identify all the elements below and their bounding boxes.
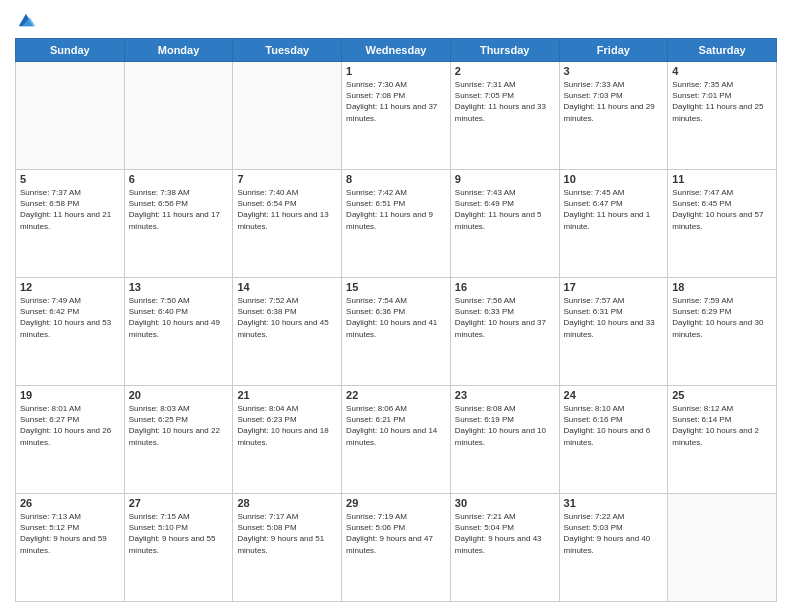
day-info: Sunrise: 7:40 AM Sunset: 6:54 PM Dayligh… <box>237 187 337 232</box>
day-info: Sunrise: 7:56 AM Sunset: 6:33 PM Dayligh… <box>455 295 555 340</box>
day-info: Sunrise: 7:22 AM Sunset: 5:03 PM Dayligh… <box>564 511 664 556</box>
calendar-cell: 11Sunrise: 7:47 AM Sunset: 6:45 PM Dayli… <box>668 170 777 278</box>
day-info: Sunrise: 8:04 AM Sunset: 6:23 PM Dayligh… <box>237 403 337 448</box>
page: SundayMondayTuesdayWednesdayThursdayFrid… <box>0 0 792 612</box>
day-info: Sunrise: 7:38 AM Sunset: 6:56 PM Dayligh… <box>129 187 229 232</box>
calendar-cell: 3Sunrise: 7:33 AM Sunset: 7:03 PM Daylig… <box>559 62 668 170</box>
calendar-cell: 24Sunrise: 8:10 AM Sunset: 6:16 PM Dayli… <box>559 386 668 494</box>
weekday-header-saturday: Saturday <box>668 39 777 62</box>
calendar-cell: 25Sunrise: 8:12 AM Sunset: 6:14 PM Dayli… <box>668 386 777 494</box>
header <box>15 10 777 32</box>
day-number: 13 <box>129 281 229 293</box>
day-number: 21 <box>237 389 337 401</box>
day-number: 17 <box>564 281 664 293</box>
day-info: Sunrise: 7:33 AM Sunset: 7:03 PM Dayligh… <box>564 79 664 124</box>
calendar-week-0: 1Sunrise: 7:30 AM Sunset: 7:08 PM Daylig… <box>16 62 777 170</box>
calendar-cell: 26Sunrise: 7:13 AM Sunset: 5:12 PM Dayli… <box>16 494 125 602</box>
day-number: 5 <box>20 173 120 185</box>
calendar-cell: 31Sunrise: 7:22 AM Sunset: 5:03 PM Dayli… <box>559 494 668 602</box>
day-number: 10 <box>564 173 664 185</box>
weekday-header-friday: Friday <box>559 39 668 62</box>
day-info: Sunrise: 7:19 AM Sunset: 5:06 PM Dayligh… <box>346 511 446 556</box>
day-number: 6 <box>129 173 229 185</box>
day-number: 20 <box>129 389 229 401</box>
calendar-cell <box>124 62 233 170</box>
day-info: Sunrise: 7:50 AM Sunset: 6:40 PM Dayligh… <box>129 295 229 340</box>
calendar-cell: 30Sunrise: 7:21 AM Sunset: 5:04 PM Dayli… <box>450 494 559 602</box>
day-info: Sunrise: 7:52 AM Sunset: 6:38 PM Dayligh… <box>237 295 337 340</box>
calendar-cell: 2Sunrise: 7:31 AM Sunset: 7:05 PM Daylig… <box>450 62 559 170</box>
calendar-cell: 19Sunrise: 8:01 AM Sunset: 6:27 PM Dayli… <box>16 386 125 494</box>
day-info: Sunrise: 7:15 AM Sunset: 5:10 PM Dayligh… <box>129 511 229 556</box>
day-number: 2 <box>455 65 555 77</box>
weekday-header-thursday: Thursday <box>450 39 559 62</box>
day-number: 26 <box>20 497 120 509</box>
calendar-cell <box>233 62 342 170</box>
calendar-cell: 18Sunrise: 7:59 AM Sunset: 6:29 PM Dayli… <box>668 278 777 386</box>
day-info: Sunrise: 8:03 AM Sunset: 6:25 PM Dayligh… <box>129 403 229 448</box>
day-info: Sunrise: 7:43 AM Sunset: 6:49 PM Dayligh… <box>455 187 555 232</box>
day-number: 29 <box>346 497 446 509</box>
calendar-week-1: 5Sunrise: 7:37 AM Sunset: 6:58 PM Daylig… <box>16 170 777 278</box>
day-info: Sunrise: 7:45 AM Sunset: 6:47 PM Dayligh… <box>564 187 664 232</box>
day-info: Sunrise: 7:57 AM Sunset: 6:31 PM Dayligh… <box>564 295 664 340</box>
day-number: 25 <box>672 389 772 401</box>
day-number: 14 <box>237 281 337 293</box>
calendar-cell: 16Sunrise: 7:56 AM Sunset: 6:33 PM Dayli… <box>450 278 559 386</box>
calendar-week-2: 12Sunrise: 7:49 AM Sunset: 6:42 PM Dayli… <box>16 278 777 386</box>
calendar-cell <box>16 62 125 170</box>
calendar-cell: 5Sunrise: 7:37 AM Sunset: 6:58 PM Daylig… <box>16 170 125 278</box>
calendar-week-4: 26Sunrise: 7:13 AM Sunset: 5:12 PM Dayli… <box>16 494 777 602</box>
day-number: 11 <box>672 173 772 185</box>
calendar-cell: 28Sunrise: 7:17 AM Sunset: 5:08 PM Dayli… <box>233 494 342 602</box>
calendar-week-3: 19Sunrise: 8:01 AM Sunset: 6:27 PM Dayli… <box>16 386 777 494</box>
day-number: 3 <box>564 65 664 77</box>
calendar-cell: 14Sunrise: 7:52 AM Sunset: 6:38 PM Dayli… <box>233 278 342 386</box>
weekday-header-wednesday: Wednesday <box>342 39 451 62</box>
weekday-header-monday: Monday <box>124 39 233 62</box>
day-number: 27 <box>129 497 229 509</box>
logo-icon <box>15 10 37 32</box>
day-number: 12 <box>20 281 120 293</box>
calendar-cell: 27Sunrise: 7:15 AM Sunset: 5:10 PM Dayli… <box>124 494 233 602</box>
calendar-cell: 6Sunrise: 7:38 AM Sunset: 6:56 PM Daylig… <box>124 170 233 278</box>
day-number: 30 <box>455 497 555 509</box>
calendar-cell: 17Sunrise: 7:57 AM Sunset: 6:31 PM Dayli… <box>559 278 668 386</box>
calendar-cell <box>668 494 777 602</box>
day-info: Sunrise: 8:08 AM Sunset: 6:19 PM Dayligh… <box>455 403 555 448</box>
calendar-cell: 20Sunrise: 8:03 AM Sunset: 6:25 PM Dayli… <box>124 386 233 494</box>
day-number: 4 <box>672 65 772 77</box>
day-number: 7 <box>237 173 337 185</box>
day-info: Sunrise: 7:21 AM Sunset: 5:04 PM Dayligh… <box>455 511 555 556</box>
day-info: Sunrise: 7:49 AM Sunset: 6:42 PM Dayligh… <box>20 295 120 340</box>
calendar-cell: 22Sunrise: 8:06 AM Sunset: 6:21 PM Dayli… <box>342 386 451 494</box>
day-info: Sunrise: 7:13 AM Sunset: 5:12 PM Dayligh… <box>20 511 120 556</box>
weekday-header-row: SundayMondayTuesdayWednesdayThursdayFrid… <box>16 39 777 62</box>
calendar-cell: 15Sunrise: 7:54 AM Sunset: 6:36 PM Dayli… <box>342 278 451 386</box>
calendar-cell: 9Sunrise: 7:43 AM Sunset: 6:49 PM Daylig… <box>450 170 559 278</box>
calendar-cell: 10Sunrise: 7:45 AM Sunset: 6:47 PM Dayli… <box>559 170 668 278</box>
logo <box>15 10 41 32</box>
day-info: Sunrise: 7:17 AM Sunset: 5:08 PM Dayligh… <box>237 511 337 556</box>
day-number: 15 <box>346 281 446 293</box>
day-info: Sunrise: 8:06 AM Sunset: 6:21 PM Dayligh… <box>346 403 446 448</box>
calendar-table: SundayMondayTuesdayWednesdayThursdayFrid… <box>15 38 777 602</box>
day-info: Sunrise: 7:37 AM Sunset: 6:58 PM Dayligh… <box>20 187 120 232</box>
day-number: 16 <box>455 281 555 293</box>
calendar-cell: 23Sunrise: 8:08 AM Sunset: 6:19 PM Dayli… <box>450 386 559 494</box>
day-info: Sunrise: 8:01 AM Sunset: 6:27 PM Dayligh… <box>20 403 120 448</box>
day-info: Sunrise: 8:12 AM Sunset: 6:14 PM Dayligh… <box>672 403 772 448</box>
day-number: 23 <box>455 389 555 401</box>
calendar-cell: 1Sunrise: 7:30 AM Sunset: 7:08 PM Daylig… <box>342 62 451 170</box>
day-info: Sunrise: 8:10 AM Sunset: 6:16 PM Dayligh… <box>564 403 664 448</box>
calendar-cell: 29Sunrise: 7:19 AM Sunset: 5:06 PM Dayli… <box>342 494 451 602</box>
day-number: 31 <box>564 497 664 509</box>
day-info: Sunrise: 7:54 AM Sunset: 6:36 PM Dayligh… <box>346 295 446 340</box>
day-number: 8 <box>346 173 446 185</box>
day-info: Sunrise: 7:30 AM Sunset: 7:08 PM Dayligh… <box>346 79 446 124</box>
calendar-cell: 7Sunrise: 7:40 AM Sunset: 6:54 PM Daylig… <box>233 170 342 278</box>
weekday-header-sunday: Sunday <box>16 39 125 62</box>
day-number: 19 <box>20 389 120 401</box>
day-info: Sunrise: 7:31 AM Sunset: 7:05 PM Dayligh… <box>455 79 555 124</box>
calendar-cell: 13Sunrise: 7:50 AM Sunset: 6:40 PM Dayli… <box>124 278 233 386</box>
